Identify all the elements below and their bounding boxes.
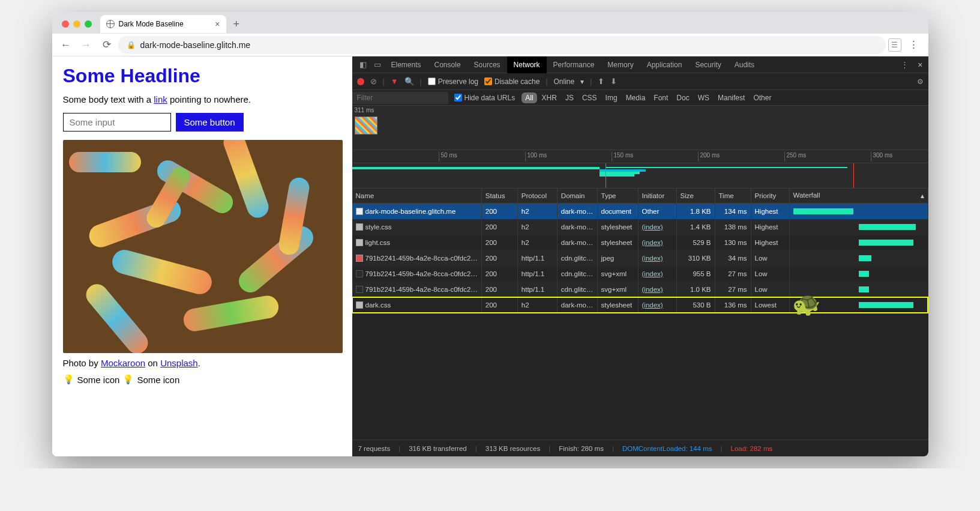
timeline-tick: 200 ms	[698, 152, 720, 162]
demo-input[interactable]	[63, 113, 171, 132]
body-text: Some body text with a link pointing to n…	[63, 94, 341, 104]
turtle-icon: 🐢	[792, 291, 820, 317]
network-table[interactable]: NameStatusProtocolDomainTypeInitiatorSiz…	[352, 189, 928, 440]
bulb-icon: 💡	[122, 374, 134, 385]
sb-resources: 313 KB resources	[485, 445, 540, 452]
timeline-header: 50 ms100 ms150 ms200 ms250 ms300 ms	[352, 150, 928, 163]
column-name[interactable]: Name	[352, 189, 482, 204]
lock-icon: 🔒	[127, 41, 136, 49]
device-icon[interactable]: ▭	[370, 60, 385, 69]
author-link[interactable]: Mockaroon	[101, 358, 145, 368]
column-type[interactable]: Type	[597, 189, 638, 204]
sb-transferred: 316 KB transferred	[409, 445, 467, 452]
search-icon[interactable]: 🔍	[404, 77, 414, 86]
filter-type-css[interactable]: CSS	[579, 92, 601, 103]
network-row[interactable]: 791b2241-459b-4a2e-8cca-c0fdc2…200http/1…	[352, 250, 928, 266]
image-caption: Photo by Mockaroon on Unsplash.	[63, 358, 341, 368]
close-window[interactable]	[62, 20, 69, 28]
url-text: dark-mode-baseline.glitch.me	[140, 40, 251, 50]
column-time[interactable]: Time	[715, 189, 751, 204]
icon-row: 💡Some icon 💡Some icon	[63, 374, 341, 385]
filter-type-media[interactable]: Media	[622, 92, 649, 103]
timeline-tick: 100 ms	[525, 152, 547, 162]
filter-type-img[interactable]: Img	[602, 92, 621, 103]
browser-tab[interactable]: Dark Mode Baseline ×	[100, 15, 226, 33]
column-status[interactable]: Status	[481, 189, 517, 204]
disable-cache-checkbox[interactable]: Disable cache	[484, 77, 540, 86]
sb-domcontent: DOMContentLoaded: 144 ms	[622, 445, 712, 452]
filter-type-manifest[interactable]: Manifest	[714, 92, 748, 103]
preserve-log-checkbox[interactable]: Preserve log	[428, 77, 478, 86]
network-row[interactable]: 791b2241-459b-4a2e-8cca-c0fdc2…200http/1…	[352, 282, 928, 297]
filter-type-other[interactable]: Other	[750, 92, 775, 103]
column-priority[interactable]: Priority	[751, 189, 789, 204]
devtools-tab-strip: ◧ ▭ ElementsConsoleSourcesNetworkPerform…	[352, 56, 928, 73]
back-button[interactable]: ←	[57, 36, 75, 54]
timeline-tick: 300 ms	[871, 152, 893, 162]
hide-data-urls-checkbox[interactable]: Hide data URLs	[448, 94, 522, 102]
timeline-overview[interactable]	[352, 163, 928, 189]
settings-icon[interactable]: ⚙	[917, 77, 924, 86]
filter-type-ws[interactable]: WS	[694, 92, 713, 103]
extension-icon[interactable]: ☰	[888, 38, 901, 52]
filter-type-font[interactable]: Font	[650, 92, 672, 103]
devtools-tab-application[interactable]: Application	[640, 56, 689, 73]
timeline-tick: 50 ms	[439, 152, 457, 162]
devtools-tab-elements[interactable]: Elements	[385, 56, 428, 73]
filter-type-all[interactable]: All	[522, 92, 537, 103]
minimize-window[interactable]	[73, 20, 80, 28]
column-domain[interactable]: Domain	[557, 189, 597, 204]
rendered-page: Some Headline Some body text with a link…	[52, 56, 352, 456]
upload-icon[interactable]: ⬆	[598, 77, 604, 86]
filter-type-js[interactable]: JS	[562, 92, 577, 103]
filter-type-doc[interactable]: Doc	[673, 92, 693, 103]
devtools-tab-sources[interactable]: Sources	[467, 56, 507, 73]
download-icon[interactable]: ⬇	[610, 77, 617, 86]
demo-button[interactable]: Some button	[176, 113, 244, 132]
page-headline: Some Headline	[63, 65, 341, 87]
devtools-tab-console[interactable]: Console	[428, 56, 467, 73]
column-waterfall[interactable]: Waterfall ▴	[789, 189, 928, 204]
filter-input[interactable]	[352, 92, 448, 104]
network-row[interactable]: style.css200h2dark-mo…stylesheet(index)1…	[352, 219, 928, 235]
reload-button[interactable]: ⟳	[98, 36, 116, 54]
bulb-icon: 💡	[63, 374, 74, 385]
filter-row: Hide data URLs AllXHRJSCSSImgMediaFontDo…	[352, 90, 928, 106]
browser-window: Dark Mode Baseline × + ← → ⟳ 🔒 dark-mode…	[52, 12, 928, 456]
clear-icon[interactable]: ⊘	[370, 77, 377, 86]
devtools-close-icon[interactable]: ×	[912, 60, 928, 70]
network-row[interactable]: 791b2241-459b-4a2e-8cca-c0fdc2…200http/1…	[352, 266, 928, 282]
maximize-window[interactable]	[85, 20, 92, 28]
close-tab-icon[interactable]: ×	[215, 19, 220, 29]
column-initiator[interactable]: Initiator	[638, 189, 676, 204]
filter-icon[interactable]: ▼	[391, 77, 398, 86]
browser-chrome: Dark Mode Baseline × + ← → ⟳ 🔒 dark-mode…	[52, 12, 928, 56]
filter-type-xhr[interactable]: XHR	[538, 92, 561, 103]
devtools-tab-memory[interactable]: Memory	[601, 56, 640, 73]
new-tab-button[interactable]: +	[230, 18, 244, 31]
address-bar[interactable]: 🔒 dark-mode-baseline.glitch.me	[118, 36, 886, 54]
network-row[interactable]: dark-mode-baseline.glitch.me200h2dark-mo…	[352, 204, 928, 220]
devtools-tab-performance[interactable]: Performance	[547, 56, 601, 73]
record-button[interactable]	[357, 78, 364, 85]
browser-menu-icon[interactable]: ⋮	[904, 38, 924, 51]
devtools-tab-network[interactable]: Network	[507, 56, 547, 73]
devtools-tab-audits[interactable]: Audits	[728, 56, 761, 73]
sb-finish: Finish: 280 ms	[559, 445, 604, 452]
sb-load: Load: 282 ms	[731, 445, 773, 452]
screenshot-thumb[interactable]	[355, 116, 377, 135]
demo-image	[63, 140, 343, 353]
devtools-tab-security[interactable]: Security	[688, 56, 727, 73]
forward-button[interactable]: →	[77, 36, 95, 54]
body-link[interactable]: link	[154, 94, 167, 104]
inspect-icon[interactable]: ◧	[356, 60, 370, 69]
column-size[interactable]: Size	[676, 189, 715, 204]
network-row[interactable]: dark.css200h2dark-mo…stylesheet(index)53…	[352, 297, 928, 313]
throttling-select[interactable]: Online ▾	[554, 77, 585, 86]
site-link[interactable]: Unsplash	[160, 358, 198, 368]
column-protocol[interactable]: Protocol	[517, 189, 557, 204]
overview-pane[interactable]: 311 ms	[352, 106, 928, 150]
timeline-tick: 150 ms	[612, 152, 634, 162]
devtools-menu-icon[interactable]: ⋮	[897, 60, 912, 69]
network-row[interactable]: light.css200h2dark-mo…stylesheet(index)5…	[352, 235, 928, 250]
